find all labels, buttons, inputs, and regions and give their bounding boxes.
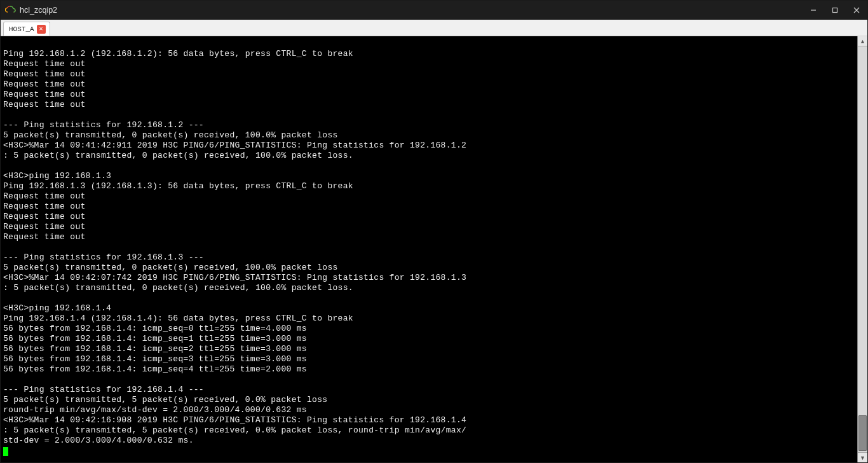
minimize-button[interactable] bbox=[803, 1, 824, 20]
terminal-output[interactable]: Ping 192.168.1.2 (192.168.1.2): 56 data … bbox=[1, 36, 857, 462]
tab-host-a[interactable]: HOST_A ✕ bbox=[3, 22, 50, 36]
close-button[interactable] bbox=[846, 1, 867, 20]
window-controls bbox=[803, 1, 867, 20]
tab-label: HOST_A bbox=[9, 25, 34, 33]
vertical-scrollbar[interactable]: ▲ ▼ bbox=[857, 36, 867, 462]
maximize-button[interactable] bbox=[824, 1, 846, 20]
tab-strip: HOST_A ✕ bbox=[1, 20, 867, 36]
scrollbar-track[interactable] bbox=[858, 46, 867, 452]
terminal-wrapper: Ping 192.168.1.2 (192.168.1.2): 56 data … bbox=[1, 36, 867, 462]
scrollbar-thumb[interactable] bbox=[858, 415, 867, 451]
app-window: hcl_zcqip2 HOST_A ✕ Ping 192.168.1.2 (19… bbox=[0, 0, 868, 463]
svg-rect-1 bbox=[833, 8, 837, 13]
terminal-cursor bbox=[3, 447, 8, 456]
titlebar[interactable]: hcl_zcqip2 bbox=[1, 1, 867, 20]
scroll-down-arrow-icon[interactable]: ▼ bbox=[858, 452, 867, 462]
app-logo-icon bbox=[4, 4, 16, 16]
tab-close-icon[interactable]: ✕ bbox=[37, 25, 46, 34]
window-title: hcl_zcqip2 bbox=[20, 6, 57, 15]
scroll-up-arrow-icon[interactable]: ▲ bbox=[858, 36, 867, 46]
